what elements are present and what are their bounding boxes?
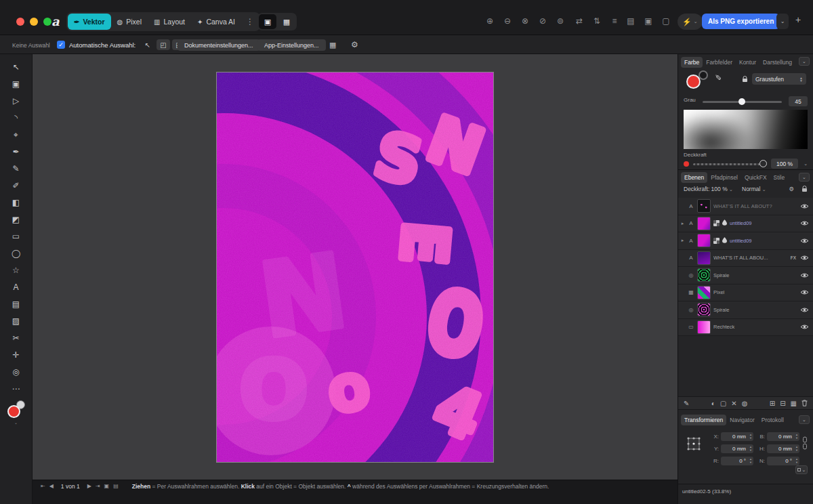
persona-tab-layout[interactable]: ▥Layout (148, 14, 191, 30)
move-tool[interactable]: ↖ (7, 58, 25, 75)
visibility-eye-icon[interactable] (799, 307, 810, 313)
layer-row[interactable]: ▸Auntitled09 (678, 215, 813, 233)
auto-select-checkbox[interactable]: ✓ (57, 41, 65, 49)
settings-gear-icon[interactable]: ⚙ (351, 40, 358, 49)
stepper-arrows-icon[interactable]: ▲▼ (749, 433, 752, 440)
layer-name[interactable]: untitled09 (730, 220, 796, 226)
opacity-chevron-icon[interactable]: ⌄ (804, 161, 808, 167)
layer-row[interactable]: ◎Spirale (678, 301, 813, 319)
visibility-eye-icon[interactable] (799, 238, 810, 244)
persona-tab-canva-ai[interactable]: ✦Canva AI (191, 14, 241, 30)
next-page-icon[interactable]: ▶ (86, 483, 93, 489)
opacity-value[interactable]: 100 % (771, 159, 798, 169)
transform-origin-widget[interactable] (684, 434, 704, 455)
visibility-eye-icon[interactable] (799, 220, 810, 226)
visibility-eye-icon[interactable] (799, 289, 810, 295)
eyedropper-icon[interactable]: ✐ (715, 73, 722, 83)
persona-tab-pixel[interactable]: ◍Pixel (111, 14, 148, 30)
first-page-icon[interactable]: ⇤ (39, 483, 47, 489)
layer-row[interactable]: ▸Auntitled09 (678, 232, 813, 250)
tab-stile[interactable]: Stile (770, 172, 789, 183)
boolean-divide-icon[interactable]: ⊘ (535, 14, 550, 28)
more-personas-icon[interactable]: ⋮ (241, 17, 259, 26)
node-tool[interactable]: ▷ (7, 92, 25, 109)
layer-row[interactable]: AWHAT'S IT ALL ABOUT? (678, 198, 813, 215)
transform-options-button[interactable]: ⌄ (795, 465, 808, 474)
layer-thumbnail[interactable] (697, 303, 711, 316)
transform-field-x[interactable]: 0 mm▲▼ (721, 432, 753, 441)
fill-color-swatch[interactable] (686, 75, 701, 89)
vector-brush-tool[interactable]: ✐ (7, 177, 25, 194)
boolean-intersect-icon[interactable]: ⊗ (518, 14, 533, 28)
layer-name[interactable]: Rechteck (713, 324, 796, 330)
document-artboard[interactable]: NO SNEOO4 (217, 72, 493, 462)
layers-lock-icon[interactable] (801, 186, 808, 194)
canvas-viewport[interactable]: NO SNEOO4 (33, 54, 678, 504)
page-list-icon[interactable]: ▤ (112, 483, 120, 489)
tab-farbe[interactable]: Farbe (681, 57, 703, 68)
stepper-arrows-icon[interactable]: ▲▼ (749, 445, 752, 452)
expand-arrow-icon[interactable]: ▸ (680, 221, 685, 226)
fill-tool[interactable]: ◧ (7, 194, 25, 211)
last-page-icon[interactable]: ⇥ (94, 483, 102, 489)
opacity-slider-knob[interactable] (759, 160, 767, 167)
zoom-window-button[interactable] (43, 18, 51, 26)
stepper-arrows-icon[interactable]: ▲▼ (795, 457, 798, 464)
document-settings-button[interactable]: Dokumenteinstellungen... (178, 39, 260, 51)
view-tool[interactable]: ✛ (7, 346, 25, 363)
tab-kontur[interactable]: Kontur (736, 57, 759, 68)
point-transform-tool[interactable]: ⌖ (7, 126, 25, 143)
visibility-eye-icon[interactable] (799, 272, 810, 278)
layer-thumbnail[interactable] (697, 320, 711, 334)
layer-thumbnail[interactable] (697, 251, 711, 265)
insert-inside-icon[interactable]: ▣ (641, 14, 656, 28)
link-dimensions-icon[interactable] (802, 436, 808, 451)
layers-panel-menu-button[interactable]: ⌄ (799, 173, 810, 182)
adjustment-icon[interactable]: ◐ (711, 400, 715, 407)
layer-thumbnail[interactable] (697, 234, 711, 247)
layer-thumbnail[interactable] (697, 286, 711, 299)
layer-thumbnail[interactable] (697, 217, 711, 230)
transform-field-h[interactable]: 0 mm▲▼ (767, 444, 799, 453)
lock-icon[interactable] (742, 76, 748, 84)
transparency-tool[interactable]: ◩ (7, 211, 25, 228)
delete-layer-icon[interactable] (801, 400, 808, 406)
grayscale-gradient-preview[interactable] (684, 110, 808, 149)
shape-tool[interactable]: ☆ (7, 261, 25, 278)
tab-navigator[interactable]: Navigator (726, 415, 757, 425)
layer-name[interactable]: untitled09 (730, 238, 796, 244)
edit-all-layers-icon[interactable]: ✎ (684, 400, 689, 407)
fill-color-well[interactable] (7, 405, 20, 418)
minimize-window-button[interactable] (30, 18, 38, 26)
tab-transformieren[interactable]: Transformieren (681, 415, 726, 425)
layer-name[interactable]: Spirale (713, 272, 796, 278)
layer-row[interactable]: ▭Rechteck (678, 319, 813, 337)
close-window-button[interactable] (16, 18, 24, 26)
export-options-button[interactable]: ⌄ (776, 14, 789, 29)
marquee-select-icon[interactable]: ◰ (157, 39, 170, 50)
text-tool[interactable]: A (7, 278, 25, 295)
layer-name[interactable]: WHAT'S IT ALL ABOU... (713, 255, 788, 261)
layer-row[interactable]: ▦Pixel (678, 285, 813, 302)
stepper-arrows-icon[interactable]: ▲▼ (795, 445, 798, 452)
artboard-tool[interactable]: ▣ (7, 75, 25, 92)
blend-mode-select[interactable]: Normal ⌄ (742, 186, 766, 192)
layer-row[interactable]: AWHAT'S IT ALL ABOU...FX (678, 250, 813, 268)
stepper-arrows-icon[interactable]: ▲▼ (749, 457, 752, 464)
assets-toggle-icon[interactable]: ▦ (278, 14, 295, 29)
layer-name[interactable]: WHAT'S IT ALL ABOUT? (713, 203, 796, 209)
pattern-layer-icon[interactable]: ▦ (791, 400, 797, 407)
new-group-icon[interactable]: ⊞ (770, 400, 775, 407)
transform-field-y[interactable]: 0 mm▲▼ (721, 444, 753, 453)
mask-icon[interactable]: ▢ (720, 400, 726, 407)
layer-thumbnail[interactable] (697, 268, 711, 282)
fx-badge[interactable]: FX (791, 255, 796, 260)
color-panel-menu-button[interactable]: ⌄ (799, 57, 810, 66)
expand-arrow-icon[interactable]: ▸ (680, 238, 685, 243)
visibility-eye-icon[interactable] (799, 203, 810, 209)
add-toolbar-item-icon[interactable]: + (795, 14, 801, 25)
gray-slider-knob[interactable] (738, 98, 745, 105)
layer-name[interactable]: Spirale (713, 307, 796, 313)
layers-opacity-select[interactable]: Deckkraft: 100 % ⌄ (684, 186, 733, 192)
assistant-button[interactable]: ⚡ ⌄ (678, 14, 703, 30)
